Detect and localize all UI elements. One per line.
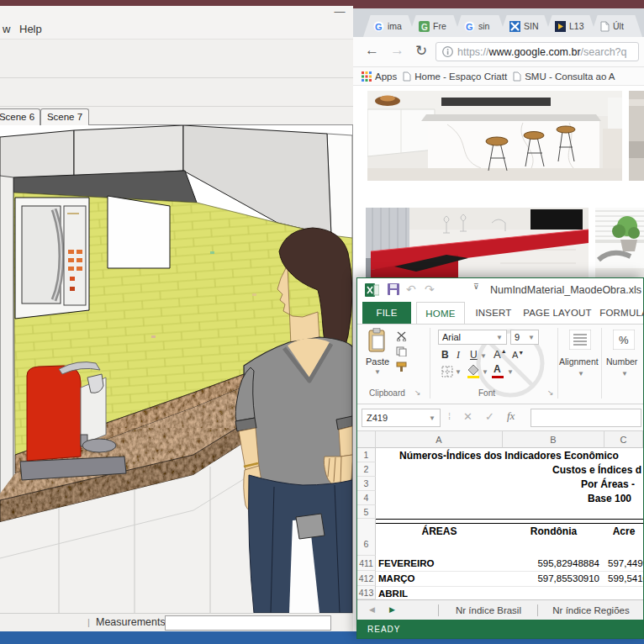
cell-month-marco[interactable]: MARÇO bbox=[378, 573, 414, 583]
bold-button[interactable]: B bbox=[441, 349, 449, 361]
font-color-icon[interactable]: A bbox=[494, 363, 501, 375]
paste-dropdown-icon[interactable]: ▼ bbox=[374, 368, 381, 376]
row-header-5[interactable]: 5 bbox=[357, 505, 376, 519]
sheet-prev-icon[interactable]: ◀ bbox=[369, 605, 375, 614]
browser-tab-2[interactable]: G Fre bbox=[409, 15, 461, 37]
menu-help[interactable]: Help bbox=[19, 23, 42, 35]
cut-icon[interactable] bbox=[396, 331, 408, 341]
row-header-2[interactable]: 2 bbox=[357, 462, 376, 477]
grow-font-icon[interactable]: A▲ bbox=[494, 348, 507, 361]
fill-color-icon[interactable] bbox=[467, 364, 480, 378]
alignment-group-label[interactable]: Alignment bbox=[559, 356, 599, 367]
tab-home[interactable]: HOME bbox=[416, 302, 465, 324]
undo-icon[interactable]: ↶ bbox=[406, 282, 416, 296]
row-header-413[interactable]: 413 bbox=[357, 586, 376, 599]
cell-title-2[interactable]: Custos e Índices d bbox=[552, 464, 641, 476]
paste-icon[interactable] bbox=[367, 328, 389, 353]
scene-tab-6[interactable]: Scene 6 bbox=[0, 108, 40, 125]
column-header-c[interactable]: C bbox=[604, 431, 643, 448]
enter-icon[interactable]: ✓ bbox=[485, 410, 494, 423]
sheet-tab-brasil[interactable]: Nr índice Brasil bbox=[446, 600, 531, 620]
apps-shortcut[interactable]: Apps bbox=[362, 71, 397, 82]
cell-month-abril[interactable]: ABRIL bbox=[378, 589, 408, 599]
row-header-1[interactable]: 1 bbox=[357, 448, 376, 462]
qat-customize-icon[interactable]: ⊽ bbox=[473, 282, 479, 291]
font-name-select[interactable]: Arial▼ bbox=[438, 330, 507, 345]
name-box[interactable]: Z419▼ bbox=[362, 409, 441, 427]
tab-insert[interactable]: INSERT bbox=[470, 302, 517, 324]
save-icon[interactable] bbox=[388, 283, 399, 295]
cell-value-rondonia-fev[interactable]: 595,82948884 bbox=[503, 558, 599, 568]
cell-header-acre[interactable]: Acre bbox=[604, 525, 643, 537]
cell-title-3[interactable]: Por Áreas - bbox=[581, 478, 635, 490]
font-color-dropdown-icon[interactable]: ▼ bbox=[507, 368, 514, 376]
number-format-icon[interactable]: % bbox=[613, 330, 635, 350]
tab-file[interactable]: FILE bbox=[362, 302, 411, 324]
browser-tab-3[interactable]: G sin bbox=[454, 15, 506, 37]
image-result-plant[interactable] bbox=[595, 208, 644, 282]
image-result-white-kitchen[interactable] bbox=[367, 91, 622, 181]
row-header-411[interactable]: 411 bbox=[357, 556, 376, 571]
clipboard-dialog-launcher[interactable]: ↘ bbox=[414, 388, 421, 397]
microwave[interactable] bbox=[15, 198, 89, 319]
borders-icon[interactable] bbox=[441, 366, 453, 377]
measurements-input[interactable] bbox=[165, 615, 331, 631]
insert-function-icon[interactable]: fx bbox=[507, 409, 515, 423]
format-painter-icon[interactable] bbox=[396, 362, 408, 372]
bookmark-2[interactable]: SMU - Consulta ao A bbox=[513, 71, 615, 82]
browser-tab-6[interactable]: Últ bbox=[590, 15, 642, 37]
excel-titlebar[interactable]: ↶ ↷ ⊽ NumIndMaterial_MaodeObra.xls bbox=[357, 278, 643, 302]
underline-button[interactable]: U bbox=[470, 349, 478, 361]
row-header-6[interactable]: 6 bbox=[357, 519, 376, 556]
scene-tab-7[interactable]: Scene 7 bbox=[40, 108, 89, 125]
cell-title-4[interactable]: Base 100 bbox=[588, 493, 631, 504]
font-size-select[interactable]: 9▼ bbox=[510, 330, 539, 345]
alignment-icon[interactable] bbox=[569, 330, 591, 350]
tab-page-layout[interactable]: PAGE LAYOUT bbox=[522, 302, 593, 324]
copy-icon[interactable] bbox=[396, 346, 408, 356]
row-header-412[interactable]: 412 bbox=[357, 571, 376, 586]
font-dialog-launcher[interactable]: ↘ bbox=[547, 388, 554, 397]
underline-dropdown-icon[interactable]: ▼ bbox=[480, 352, 487, 360]
paste-label[interactable]: Paste bbox=[366, 356, 389, 367]
cell-month-fevereiro[interactable]: FEVEREIRO bbox=[378, 558, 434, 568]
select-all-corner[interactable] bbox=[357, 431, 376, 448]
worksheet-grid[interactable]: A B C 1 2 3 4 5 6 411 412 413 Números-Ín… bbox=[357, 431, 643, 599]
shrink-font-icon[interactable]: A▼ bbox=[512, 350, 524, 360]
address-bar[interactable]: https://www.google.com.br/search?q bbox=[435, 42, 639, 61]
forward-icon[interactable]: → bbox=[390, 42, 404, 59]
italic-button[interactable]: I bbox=[457, 349, 460, 362]
minimize-button[interactable]: — bbox=[331, 5, 348, 18]
column-header-a[interactable]: A bbox=[376, 431, 503, 448]
browser-tab-1[interactable]: G ima bbox=[363, 15, 415, 37]
fill-dropdown-icon[interactable]: ▼ bbox=[482, 368, 488, 376]
row-header-4[interactable]: 4 bbox=[357, 491, 376, 505]
cell-header-areas[interactable]: ÁREAS bbox=[376, 525, 503, 537]
cell-value-acre-mar[interactable]: 599,541062 bbox=[608, 573, 643, 583]
image-result-red-kitchen[interactable] bbox=[366, 208, 589, 282]
cancel-icon[interactable]: ✕ bbox=[463, 410, 472, 423]
image-result-partial[interactable] bbox=[629, 91, 644, 181]
borders-dropdown-icon[interactable]: ▼ bbox=[455, 368, 462, 376]
cell-value-acre-fev[interactable]: 597,449987 bbox=[608, 558, 643, 568]
alignment-dropdown-icon[interactable]: ▼ bbox=[578, 370, 584, 377]
redo-icon[interactable]: ↷ bbox=[425, 282, 435, 296]
sheet-tab-regioes[interactable]: Nr índice Regiões bbox=[544, 600, 638, 620]
cell-value-rondonia-mar[interactable]: 597,85530910 bbox=[503, 573, 599, 583]
cell-title-1[interactable]: Números-Índices dos Indicadores Econômic… bbox=[399, 450, 619, 462]
browser-tab-4[interactable]: SIN bbox=[499, 15, 552, 37]
number-dropdown-icon[interactable]: ▼ bbox=[621, 370, 628, 377]
menu-window-partial[interactable]: w bbox=[3, 23, 10, 35]
back-icon[interactable]: ← bbox=[365, 42, 379, 59]
row-header-3[interactable]: 3 bbox=[357, 477, 376, 491]
formula-input[interactable] bbox=[531, 409, 641, 427]
column-header-b[interactable]: B bbox=[503, 431, 604, 448]
sketchup-viewport[interactable] bbox=[0, 125, 352, 613]
bookmark-1[interactable]: Home - Espaço Criatt bbox=[403, 71, 507, 82]
browser-tab-5[interactable]: L13 bbox=[545, 15, 597, 37]
sheet-next-icon[interactable]: ▶ bbox=[389, 605, 395, 614]
number-group-label[interactable]: Number bbox=[606, 356, 637, 367]
cell-header-rondonia[interactable]: Rondônia bbox=[503, 525, 604, 537]
tab-formulas[interactable]: FORMULAS bbox=[598, 302, 644, 324]
reload-icon[interactable]: ↻ bbox=[415, 42, 427, 60]
